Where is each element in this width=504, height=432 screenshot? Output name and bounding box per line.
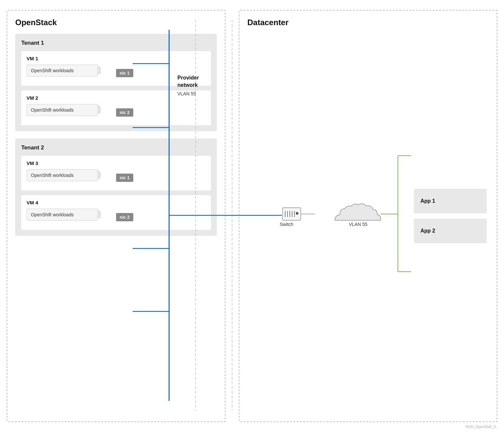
vm4-workload: OpenShift workloads [27, 209, 98, 221]
tenant2-box: Tenant 2 VM 3 OpenShift workloads nic 1 [15, 138, 217, 236]
vm3-label: VM 3 [27, 160, 206, 166]
vm2-label: VM 2 [27, 95, 206, 101]
vm4-label: VM 4 [27, 200, 206, 205]
vm1-workload: OpenShift workloads [27, 65, 98, 77]
vm2-workload: OpenShift workloads [27, 104, 98, 116]
vm1-box: VM 1 OpenShift workloads nic 1 [21, 51, 211, 86]
tenant1-box: Tenant 1 VM 1 OpenShift workloads [15, 34, 217, 131]
vm4-box: VM 4 OpenShift workloads nic 2 [21, 195, 211, 230]
vm2-nic: nic 2 [116, 108, 133, 117]
app1-box: App 1 [414, 189, 487, 213]
tenant1-label: Tenant 1 [21, 40, 211, 46]
vm3-box: VM 3 OpenShift workloads nic 1 [21, 156, 211, 190]
openstack-title: OpenStack [15, 18, 217, 27]
vm3-nic: nic 1 [116, 174, 133, 182]
vm2-box: VM 2 OpenShift workloads nic 2 [21, 90, 211, 125]
vm1-label: VM 1 [27, 56, 206, 61]
app2-box: App 2 [414, 219, 487, 243]
datacenter-title: Datacenter [247, 18, 489, 27]
vm4-nic: nic 2 [116, 213, 133, 221]
vm1-nic: nic 1 [116, 69, 133, 77]
vm3-workload: OpenShift workloads [27, 169, 98, 181]
tenant2-label: Tenant 2 [21, 144, 211, 151]
watermark: RHD_OpenShift_0... [466, 425, 499, 429]
